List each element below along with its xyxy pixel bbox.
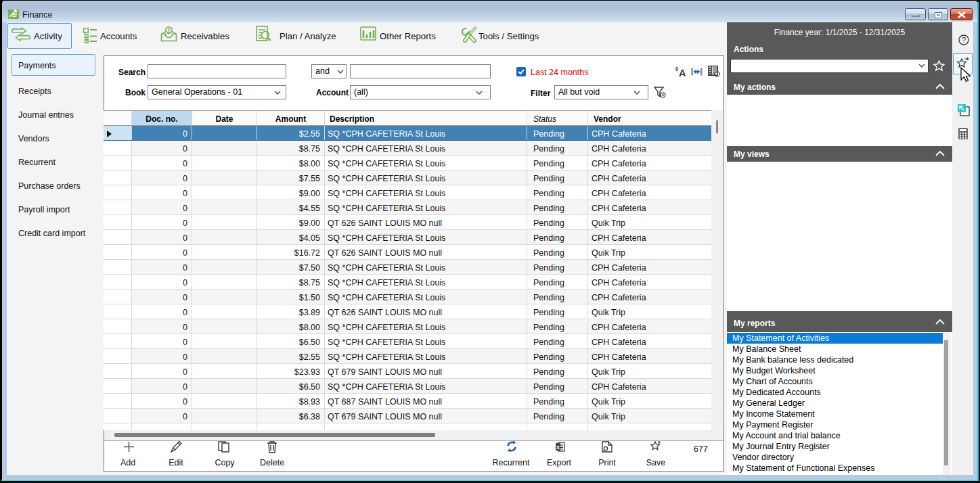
svg-text:x: x — [556, 444, 560, 451]
svg-text:A: A — [679, 68, 686, 78]
svg-text:?: ? — [962, 36, 966, 44]
svg-text:$: $ — [167, 27, 171, 34]
